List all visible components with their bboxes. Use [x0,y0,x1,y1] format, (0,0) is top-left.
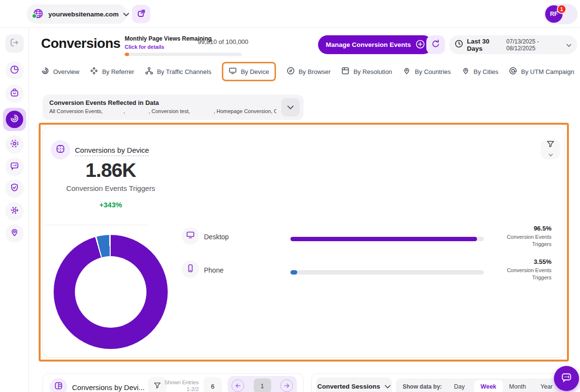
tab-label: By Countries [415,68,450,75]
tab-overview[interactable]: Overview [41,63,79,80]
tab-by-resolution[interactable]: By Resolution [341,63,392,80]
date-range-value: 07/13/2025 - 08/12/2025 [507,38,563,52]
funnel-icon [547,141,554,149]
gear-icon [10,205,19,217]
phone-bar-fill [290,270,297,275]
granularity-option-day[interactable]: Day [445,383,474,390]
map-pin-icon [462,67,470,76]
referrer-diamonds-icon [90,67,98,76]
tab-by-utm-campaign[interactable]: By UTM Campaign [509,63,574,80]
chevron-down-icon [549,150,553,159]
divider [45,225,148,225]
granularity-option-month[interactable]: Month [503,383,532,390]
collapse-sidebar-icon [10,38,19,49]
phone-percent-block: 3.55% Conversion Events Triggers [455,258,551,281]
sidebar-item-conversions-active[interactable] [3,108,26,131]
open-website-button[interactable] [132,5,150,23]
monitor-icon [229,67,237,76]
website-globe-icon [31,8,44,20]
tab-by-countries[interactable]: By Countries [403,63,450,80]
legend-label-phone: Phone [204,266,223,274]
tab-label: By Browser [299,68,331,75]
conversions-spiral-icon [10,114,19,125]
date-range-selector[interactable]: Last 30 Days 07/13/2025 - 08/12/2025 [449,35,577,54]
shopping-bag-icon [10,88,19,100]
tab-by-device-highlighted[interactable]: By Device [222,62,276,81]
converted-sessions-dropdown[interactable]: Converted Sessions [316,377,392,392]
conversions-table-card: Conversions by Devi... Shown Entries 1-2… [43,373,304,392]
card-title: Conversions by Device [75,146,149,156]
tab-label: By Traffic Channels [157,68,211,75]
chevron-down-icon [385,383,391,390]
device-donut-chart [54,235,168,349]
sidebar-item-visitors[interactable] [5,224,24,243]
show-data-by-control: Show data by: Day Week Month Year [396,378,561,392]
tab-by-referrer[interactable]: By Referrer [90,63,134,80]
account-menu[interactable]: RF 1 [544,4,578,24]
table-widget-badge [50,378,67,392]
conversion-events-banner: Conversion Events Reflected in Data All … [43,95,304,120]
events-banner-title: Conversion Events Reflected in Data [49,99,297,106]
total-value: 1.86K [43,159,178,182]
tab-label: By Referrer [102,68,134,75]
converted-sessions-card: Converted Sessions Show data by: Day Wee… [311,373,568,392]
refresh-button[interactable] [426,35,445,54]
desktop-percent-label: Conversion Events Triggers [455,233,551,247]
overview-swirl-icon [41,67,49,76]
events-banner-expand-button[interactable] [281,98,300,116]
chevron-down-icon [566,41,571,49]
website-selector[interactable]: yourwebsitename.com [27,4,127,24]
collapse-sidebar-button[interactable] [5,34,24,53]
support-chat-button[interactable] [554,366,579,391]
shown-entries-label: Shown Entries [164,379,199,386]
arrow-right-icon [284,381,290,390]
compass-icon [287,67,295,76]
location-pin-icon [10,228,19,239]
card-filter-button[interactable] [541,140,560,159]
tab-label: Overview [53,68,79,75]
sidebar-item-feedback[interactable] [5,158,24,176]
tab-label: By UTM Campaign [521,68,574,75]
session-recording-icon [10,139,19,150]
sidebar-item-ecommerce[interactable] [5,85,24,103]
previous-page-button[interactable] [232,379,244,392]
page-title: Conversions [41,36,120,51]
total-label: Conversion Events Triggers [43,184,178,192]
sidebar [0,28,29,392]
shown-entries: Shown Entries 1-2/2 [164,379,199,392]
quota-progress-fill [125,53,129,56]
network-nodes-icon [145,67,153,76]
conversions-by-device-card: Conversions by Device 1.86K Conversion E… [43,127,565,358]
tab-label: By Cities [474,68,498,75]
granularity-option-week-selected[interactable]: Week [474,380,503,392]
quota-value: 99,810 of 100,000 [198,38,248,45]
sidebar-item-settings[interactable] [5,202,24,220]
legend-label-desktop: Desktop [204,233,229,241]
tab-by-cities[interactable]: By Cities [462,63,498,80]
converted-sessions-label: Converted Sessions [318,383,380,390]
tab-by-browser[interactable]: By Browser [287,63,331,80]
manage-conversion-events-button[interactable]: Manage Conversion Events [318,35,433,54]
external-link-icon [137,9,145,19]
chat-bubble-icon [10,161,19,173]
show-data-by-label: Show data by: [403,383,442,390]
notification-badge: 1 [557,4,566,14]
chevron-down-icon [287,103,294,112]
next-page-button[interactable] [280,379,293,392]
phone-percent: 3.55% [455,258,551,265]
date-range-label: Last 30 Days [467,38,503,52]
tab-by-traffic-channels[interactable]: By Traffic Channels [145,63,211,80]
quota-details-link[interactable]: Click for details [125,44,164,50]
phone-icon [186,264,195,275]
shown-entries-value: 1-2/2 [164,386,199,392]
current-page[interactable]: 1 [254,378,271,392]
sidebar-item-session-recordings[interactable] [5,135,24,154]
rows-per-page-selector[interactable]: 6 [203,377,222,392]
chat-bubble-icon [561,372,572,385]
sidebar-item-statistics[interactable] [5,61,24,80]
sidebar-item-privacy[interactable] [5,179,24,198]
desktop-percent-block: 96.5% Conversion Events Triggers [455,225,551,247]
phone-badge [182,261,199,278]
desktop-percent: 96.5% [455,225,551,232]
desktop-badge [182,227,199,245]
